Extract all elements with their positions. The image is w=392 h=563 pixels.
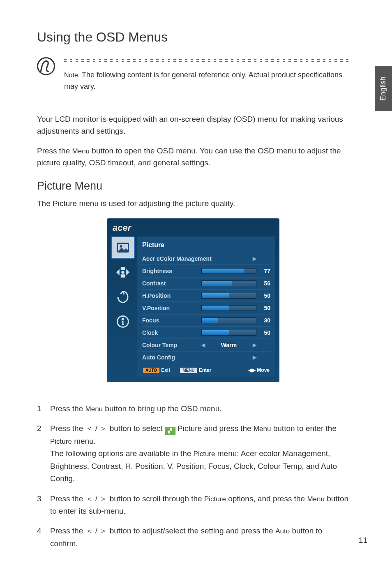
svg-point-4 xyxy=(122,271,124,273)
picture-label: Picture xyxy=(204,495,226,503)
intro-para-1: Your LCD monitor is equipped with an on-… xyxy=(37,113,349,137)
osd-brand: acer xyxy=(111,222,275,236)
page-heading: Using the OSD Menus xyxy=(37,30,349,45)
language-tab-label: English xyxy=(379,76,388,100)
slider-fill xyxy=(202,306,229,310)
spacer xyxy=(260,342,270,348)
exit-hint: AUTOExit xyxy=(143,367,170,373)
osd-row-label: V.Position xyxy=(142,305,198,311)
step-2: Press the ＜ / ＞ button to select ▞ Pictu… xyxy=(37,422,349,485)
menu-label: Menu xyxy=(307,495,325,503)
picture-inline-icon: ▞ xyxy=(165,427,175,435)
osd-row-label: Colour Temp xyxy=(142,342,198,348)
svg-point-1 xyxy=(120,245,122,248)
svg-rect-2 xyxy=(121,267,125,270)
osd-row-label: Contrast xyxy=(142,280,198,287)
osd-body: Picture Acer eColor Management▶ Brightne… xyxy=(111,236,275,377)
osd-row[interactable]: V.Position50 xyxy=(142,302,270,315)
osd-row[interactable]: Contrast56 xyxy=(142,278,270,290)
osd-row[interactable]: Colour Temp◀Warm▶ xyxy=(142,339,270,352)
menu-tag: MENU xyxy=(180,368,197,373)
chevron-right-icon[interactable]: ▶ xyxy=(253,342,256,348)
chevron-right-icon[interactable]: ▶ xyxy=(253,354,256,360)
slider-fill xyxy=(202,293,229,298)
osd-footer: AUTOExit MENUEnter ◀▶ Move xyxy=(142,363,270,373)
txt: button to bring up the OSD menu. xyxy=(103,404,221,413)
auto-label: Auto xyxy=(275,527,290,535)
txt: button to adjust/select the setting and … xyxy=(107,526,275,535)
osd-figure: acer Picture xyxy=(37,218,349,382)
svg-point-6 xyxy=(122,318,124,320)
slider-track[interactable] xyxy=(201,280,256,286)
info-icon[interactable] xyxy=(111,310,135,333)
osd-row[interactable]: Auto Config▶ xyxy=(142,352,270,363)
picture-icon[interactable] xyxy=(111,236,135,259)
osd-title: Picture xyxy=(142,241,270,249)
slider-track[interactable] xyxy=(201,330,256,336)
slider-fill xyxy=(202,318,218,323)
osd-row-value: 50 xyxy=(260,305,270,311)
slider-track[interactable] xyxy=(201,305,256,311)
note-text: Note: The following content is for gener… xyxy=(64,70,349,93)
spacer xyxy=(260,354,270,361)
menu-label: Menu xyxy=(85,405,103,413)
txt: Picture and press the xyxy=(175,424,254,433)
osd-select-value: Warm xyxy=(208,342,249,348)
slider-track[interactable] xyxy=(201,317,256,323)
osd-rows: Acer eColor Management▶ Brightness77Cont… xyxy=(142,253,270,363)
instruction-list: Press the Menu button to bring up the OS… xyxy=(37,403,349,550)
enter-hint: MENUEnter xyxy=(180,367,211,373)
txt: Enter xyxy=(199,367,212,373)
intro-para-2: Press the Menu button to open the OSD me… xyxy=(37,145,349,169)
osd-row[interactable]: Clock50 xyxy=(142,327,270,339)
nav-symbols: ＜ / ＞ xyxy=(85,526,108,535)
page-content: Using the OSD Menus Note: The following … xyxy=(37,30,349,557)
picture-label: Picture xyxy=(50,438,72,445)
step-4: Press the ＜ / ＞ button to adjust/select … xyxy=(37,525,349,550)
osd-row-value: 30 xyxy=(260,317,270,324)
osd-row[interactable]: Brightness77 xyxy=(142,265,270,278)
eco-icon[interactable] xyxy=(111,286,135,308)
slider-fill xyxy=(202,281,232,286)
adjust-icon[interactable] xyxy=(111,261,135,283)
note-text-content: The following content is for general ref… xyxy=(64,71,342,90)
osd-row-label: H.Position xyxy=(142,292,198,299)
page-number: 11 xyxy=(359,536,367,545)
txt: button to select xyxy=(107,424,164,433)
txt: Press the xyxy=(50,424,85,433)
slider-track[interactable] xyxy=(201,268,256,274)
osd-row-value: 56 xyxy=(260,280,270,287)
menu-label: Menu xyxy=(72,147,90,155)
menu-label: Menu xyxy=(254,425,271,433)
osd-row-label: Acer eColor Management xyxy=(142,255,249,262)
step-1: Press the Menu button to bring up the OS… xyxy=(37,403,349,415)
chevron-right-icon[interactable]: ▶ xyxy=(253,256,256,262)
txt: Press the xyxy=(37,146,72,155)
osd-row-value: 77 xyxy=(260,268,270,274)
osd-row-value: 50 xyxy=(260,329,270,336)
note-body: Note: The following content is for gener… xyxy=(64,57,349,93)
language-tab: English xyxy=(375,66,392,111)
osd-row[interactable]: Acer eColor Management▶ xyxy=(142,253,270,265)
slider-track[interactable] xyxy=(201,293,256,299)
slider-fill xyxy=(202,269,244,273)
txt: Press the xyxy=(50,526,85,535)
osd-row[interactable]: H.Position50 xyxy=(142,290,270,302)
chevron-left-icon[interactable]: ◀ xyxy=(201,342,205,348)
txt: Press the xyxy=(50,404,85,413)
slider-fill xyxy=(202,330,229,335)
dotted-rule xyxy=(64,59,349,62)
osd-row-value: 50 xyxy=(260,292,270,299)
osd-row-label: Brightness xyxy=(142,268,198,274)
spacer xyxy=(260,255,270,262)
txt: button to enter the xyxy=(271,424,337,433)
nav-symbols: ＜ / ＞ xyxy=(85,494,108,503)
osd-panel: acer Picture xyxy=(107,218,279,382)
osd-row-label: Clock xyxy=(142,329,198,336)
osd-row[interactable]: Focus30 xyxy=(142,315,270,327)
note-icon xyxy=(37,57,55,75)
txt: The following options are available in t… xyxy=(50,449,194,458)
txt: Exit xyxy=(161,367,170,373)
auto-tag: AUTO xyxy=(143,368,159,373)
txt: Move xyxy=(257,367,270,373)
